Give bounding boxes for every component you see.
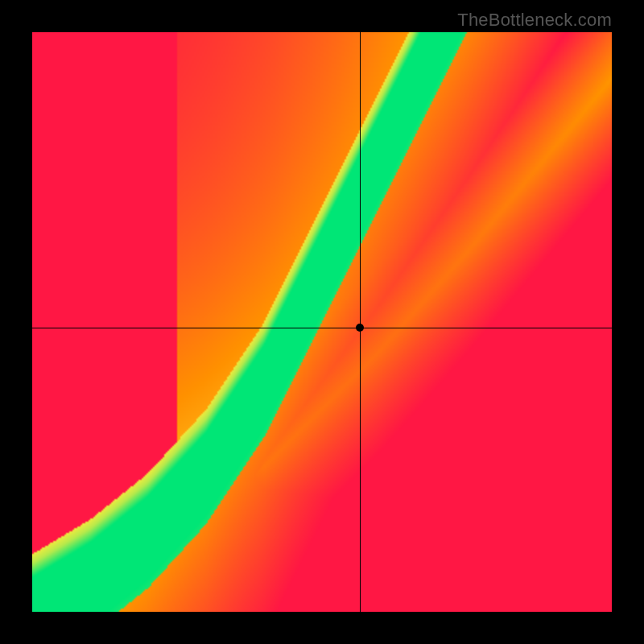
heatmap-canvas (32, 32, 612, 612)
crosshair-horizontal (32, 328, 612, 328)
marker-dot (356, 324, 364, 332)
heatmap-plot (32, 32, 612, 612)
crosshair-vertical (360, 32, 361, 612)
chart-frame: TheBottleneck.com (0, 0, 644, 644)
watermark-text: TheBottleneck.com (457, 10, 612, 31)
